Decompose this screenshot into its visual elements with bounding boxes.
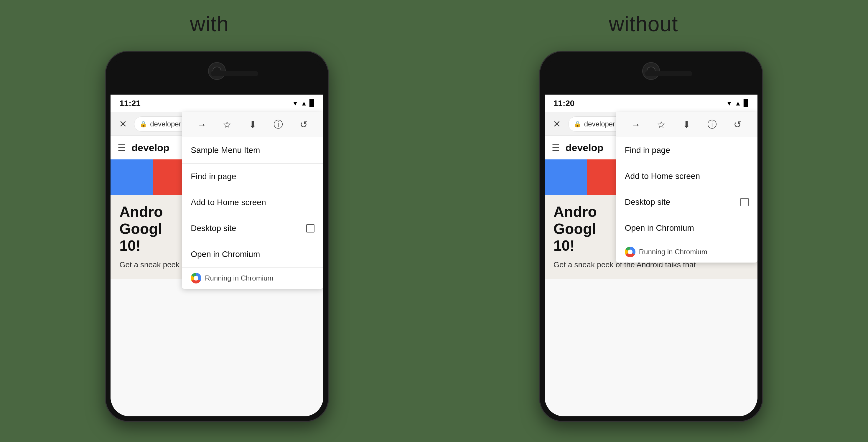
refresh-icon-left[interactable]: ↺ [296, 117, 311, 132]
hamburger-icon-left: ☰ [118, 143, 126, 153]
lock-icon-left: 🔒 [140, 121, 147, 128]
download-icon-left[interactable]: ⬇ [245, 117, 260, 132]
without-label: without [609, 12, 678, 36]
add-to-home-left[interactable]: Add to Home screen [182, 189, 323, 215]
speaker-right [645, 71, 692, 76]
phone-without: 11:20 ▼ ▲ ▉ ✕ 🔒 developer [539, 51, 763, 422]
status-icons-left: ▼ ▲ ▉ [292, 100, 315, 107]
close-button-left[interactable]: ✕ [117, 118, 129, 130]
info-icon-right[interactable]: ⓘ [705, 117, 720, 132]
address-text-right: developer [584, 120, 615, 128]
status-icons-right: ▼ ▲ ▉ [726, 100, 749, 107]
phone-with: 11:21 ▼ ▲ ▉ ✕ 🔒 developer [105, 51, 329, 422]
app-title-right: develop [566, 142, 603, 154]
menu-overlay-right: → ☆ ⬇ ⓘ ↺ Find in page Add to Home scree… [616, 112, 757, 262]
hamburger-icon-right: ☰ [552, 143, 560, 153]
app-title-left: develop [131, 142, 169, 154]
labels-row: with without [0, 0, 868, 45]
running-badge-left: Running in Chromium [182, 267, 323, 289]
desktop-site-left[interactable]: Desktop site [182, 215, 323, 241]
forward-icon-right[interactable]: → [628, 117, 643, 132]
address-text-left: developer [150, 120, 181, 128]
phone-screen-left: 11:21 ▼ ▲ ▉ ✕ 🔒 developer [111, 95, 323, 416]
chromium-icon-inner-left [194, 276, 198, 281]
bookmark-icon-left[interactable]: ☆ [220, 117, 235, 132]
find-in-page-right[interactable]: Find in page [616, 137, 757, 163]
find-in-page-left[interactable]: Find in page [182, 163, 323, 189]
phone-top-bar-right [545, 56, 757, 95]
color-bar-blue-left [111, 159, 153, 195]
chromium-icon-right [625, 247, 636, 257]
phone-with-inner: 11:21 ▼ ▲ ▉ ✕ 🔒 developer [111, 56, 323, 416]
menu-overlay-left: → ☆ ⬇ ⓘ ↺ Sample Menu Item Find in page [182, 112, 323, 289]
desktop-site-checkbox-right[interactable] [740, 198, 749, 206]
open-in-chromium-left[interactable]: Open in Chromium [182, 241, 323, 267]
status-time-left: 11:21 [119, 99, 141, 108]
running-badge-text-left: Running in Chromium [205, 274, 273, 282]
status-bar-right: 11:20 ▼ ▲ ▉ [545, 95, 757, 112]
close-button-right[interactable]: ✕ [551, 118, 563, 130]
refresh-icon-right[interactable]: ↺ [730, 117, 745, 132]
phones-row: 11:21 ▼ ▲ ▉ ✕ 🔒 developer [0, 45, 868, 422]
desktop-site-checkbox-left[interactable] [306, 224, 314, 232]
open-in-chromium-right[interactable]: Open in Chromium [616, 215, 757, 241]
speaker-left [211, 71, 258, 76]
phone-top-bar-left [111, 56, 323, 95]
info-icon-left[interactable]: ⓘ [271, 117, 286, 132]
chromium-icon-inner-right [628, 250, 632, 254]
sample-menu-item[interactable]: Sample Menu Item [182, 137, 323, 163]
chromium-icon-left [191, 273, 201, 283]
status-time-right: 11:20 [554, 99, 575, 108]
status-bar-left: 11:21 ▼ ▲ ▉ [111, 95, 323, 112]
desktop-site-right[interactable]: Desktop site [616, 189, 757, 215]
phone-without-inner: 11:20 ▼ ▲ ▉ ✕ 🔒 developer [545, 56, 757, 416]
running-badge-text-right: Running in Chromium [639, 248, 707, 256]
lock-icon-right: 🔒 [574, 121, 581, 128]
with-label: with [190, 12, 229, 36]
color-bar-blue-right [545, 159, 587, 195]
menu-icons-row-right: → ☆ ⬇ ⓘ ↺ [616, 112, 757, 137]
phone-screen-right: 11:20 ▼ ▲ ▉ ✕ 🔒 developer [545, 95, 757, 416]
add-to-home-right[interactable]: Add to Home screen [616, 163, 757, 189]
menu-icons-row-left: → ☆ ⬇ ⓘ ↺ [182, 112, 323, 137]
download-icon-right[interactable]: ⬇ [679, 117, 694, 132]
forward-icon-left[interactable]: → [194, 117, 209, 132]
bookmark-icon-right[interactable]: ☆ [653, 117, 669, 132]
running-badge-right: Running in Chromium [616, 241, 757, 262]
sample-menu-item-label: Sample Menu Item [191, 146, 260, 155]
